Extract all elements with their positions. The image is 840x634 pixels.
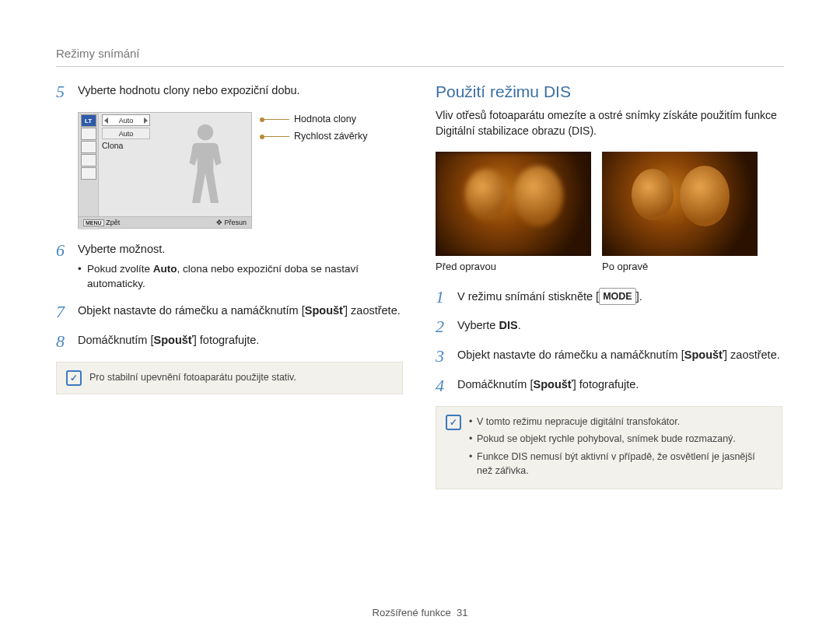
photo-before: [436, 152, 591, 256]
info-icon: ✓: [66, 370, 82, 386]
right-column: Použití režimu DIS Vliv otřesů fotoapará…: [436, 82, 782, 489]
lcd-menu-icon: [81, 154, 96, 166]
note-item: Pokud se objekt rychle pohyboval, snímek…: [469, 432, 772, 446]
legend-line-icon: [263, 136, 289, 137]
breadcrumb: Režimy snímání: [56, 47, 784, 60]
lcd-menu-column: LT: [79, 113, 99, 229]
caption-before: Před opravou: [436, 261, 591, 272]
step-5: 5 Vyberte hodnotu clony nebo expoziční d…: [56, 82, 403, 101]
step-number: 8: [56, 332, 70, 351]
divider: [56, 66, 784, 67]
step-3: 3 Objekt nastavte do rámečku a namáčknut…: [436, 347, 782, 366]
lcd-bottom-bar: MENU Zpět ✥ Přesun: [79, 216, 251, 228]
step-number: 2: [436, 317, 450, 336]
info-icon: ✓: [446, 415, 461, 430]
step-1: 1 V režimu snímání stiskněte [MODE].: [436, 288, 782, 306]
step-8: 8 Domáčknutím [Spoušť] fotografujte.: [56, 332, 403, 351]
step-number: 1: [436, 288, 450, 306]
step-text: Domáčknutím [Spoušť] fotografujte.: [78, 332, 259, 351]
caption-after: Po opravě: [602, 261, 758, 272]
note-item: Funkce DIS nemusí být aktivní v případě,…: [469, 450, 772, 478]
person-silhouette-icon: [178, 119, 233, 212]
lcd-move-label: Přesun: [224, 219, 247, 226]
note-box: ✓ V tomto režimu nepracuje digitální tra…: [436, 406, 782, 489]
step-7: 7 Objekt nastavte do rámečku a namáčknut…: [56, 303, 403, 321]
menu-tag: MENU: [83, 219, 104, 226]
lcd-menu-icon: [81, 167, 96, 180]
step-text: Objekt nastavte do rámečku a namáčknutím…: [457, 347, 780, 366]
note-item: V tomto režimu nepracuje digitální trans…: [469, 415, 772, 429]
step-number: 3: [436, 347, 450, 366]
legend-label: Rychlost závěrky: [294, 131, 367, 142]
lcd-legend: Hodnota clony Rychlost závěrky: [263, 114, 367, 142]
legend-shutter: Rychlost závěrky: [263, 131, 367, 142]
lcd-menu-icon: [81, 141, 96, 153]
lcd-back-label: Zpět: [106, 219, 120, 226]
note-box: ✓ Pro stabilní upevnění fotoaparátu použ…: [56, 362, 403, 394]
step-text: V režimu snímání stiskněte [MODE].: [457, 288, 642, 306]
step-2: 2 Vyberte DIS.: [436, 317, 782, 336]
step-text: Vyberte DIS.: [457, 317, 521, 336]
step-text: Vyberte hodnotu clony nebo expoziční dob…: [78, 82, 300, 101]
step-4: 4 Domáčknutím [Spoušť] fotografujte.: [436, 377, 782, 395]
step-text: Vyberte možnost.: [78, 241, 403, 257]
photo-after: [602, 152, 758, 256]
section-title: Použití režimu DIS: [436, 82, 782, 101]
legend-label: Hodnota clony: [294, 114, 356, 124]
step-text: Domáčknutím [Spoušť] fotografujte.: [457, 377, 639, 395]
section-intro: Vliv otřesů fotoaparátu omezíte a ostré …: [436, 107, 782, 139]
lcd-shutter-value: Auto: [102, 128, 150, 139]
lcd-aperture-value: Auto: [102, 114, 150, 126]
step-number: 5: [56, 82, 70, 101]
dpad-icon: ✥: [216, 219, 222, 226]
step-number: 7: [56, 303, 70, 321]
page-footer: Rozšířené funkce 31: [0, 607, 840, 618]
step-6: 6 Vyberte možnost. Pokud zvolíte Auto, c…: [56, 241, 403, 292]
step-number: 4: [436, 377, 450, 395]
mode-button-label: MODE: [599, 288, 636, 305]
step-bullet: Pokud zvolíte Auto, clona nebo expoziční…: [78, 262, 403, 292]
legend-aperture: Hodnota clony: [263, 114, 367, 124]
left-column: 5 Vyberte hodnotu clony nebo expoziční d…: [56, 82, 403, 489]
lcd-aperture-label: Clona: [102, 141, 123, 150]
step-number: 6: [56, 241, 70, 292]
note-text: Pro stabilní upevnění fotoaparátu použij…: [89, 370, 296, 386]
lcd-preview: LT Auto Auto Clona MENU Zpět ✥ Přesun: [78, 112, 252, 229]
step-text: Objekt nastavte do rámečku a namáčknutím…: [78, 303, 401, 321]
lcd-menu-icon: [81, 128, 96, 140]
legend-line-icon: [263, 119, 289, 120]
lcd-badge-lt: LT: [81, 114, 96, 127]
